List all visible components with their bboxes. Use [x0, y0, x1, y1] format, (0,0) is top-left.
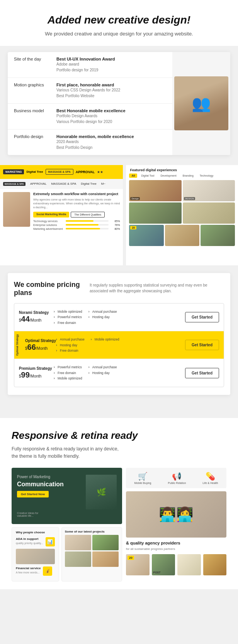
plan-btn-premium[interactable]: Get Started: [185, 368, 219, 378]
latest-img-4: [92, 551, 119, 567]
bottom-badge-20: 20: [128, 556, 134, 560]
why-item-sub-2: A few more words...: [16, 571, 41, 575]
life-health-icon: 💊: [202, 472, 218, 481]
bottom-grid: 20 POST: [126, 554, 226, 575]
progress-label: Marketing advertisement: [33, 228, 64, 230]
marketing-cta-btn[interactable]: Get Started Now: [17, 491, 49, 497]
marketing-yellow-word: Marketing: [33, 475, 50, 479]
plan-row-optimal: Optimal Strategy Optimal Strategy $66/Mo…: [14, 331, 224, 359]
award-category: Business model: [14, 108, 56, 113]
plan-features: Powerful metrics Free domain Mobile opti…: [54, 364, 185, 381]
creative-section: Added new creative design! We provided c…: [0, 0, 238, 46]
featured-header: Featured digital experiences: [126, 165, 238, 174]
img-label-1: Design: [130, 197, 140, 200]
list-item: Mobile optimized: [54, 309, 82, 314]
award-category: Portfolio design: [14, 134, 56, 139]
plan-price: $99/Month: [19, 371, 54, 379]
marketing-pre-text: Power of Marketing: [17, 475, 64, 479]
list-item: Mobile optimized: [54, 376, 82, 381]
tab-tech[interactable]: Technology: [197, 174, 216, 178]
nav-logo-1: MASSAGE & SPA: [3, 182, 26, 186]
badge-20: 20: [130, 226, 136, 229]
icons-row: 🛒 Mobile Buying 📢 Public Relation 💊 Life…: [126, 468, 226, 488]
plan-btn-norami[interactable]: Get Started: [185, 312, 219, 322]
latest-img-2: [92, 535, 119, 550]
why-icon-1: 📊: [46, 537, 55, 546]
featured-img-7: [201, 225, 235, 246]
icon-label-public: Public Relation: [168, 482, 186, 484]
award-details: Best UI-UX Innovation Award Adobe awardP…: [56, 57, 166, 73]
nav-logo-3: MASSAGE & SPA: [51, 182, 76, 185]
list-item: Annual purchase: [88, 364, 117, 370]
latest-img-3: [65, 551, 91, 567]
pricing-header: We combine pricing plans It regularly su…: [14, 281, 224, 297]
bottom-img-1: 20: [126, 554, 150, 575]
product-image: [3, 192, 30, 227]
showcase-nav-bar: MASSAGE & SPA APPROVAL MASSAGE & SPA Dig…: [0, 179, 123, 189]
plan-feature-list-left: Powerful metrics Free domain Mobile opti…: [54, 364, 82, 381]
tab-all[interactable]: All: [129, 174, 137, 178]
logo-text-3: ★★: [97, 170, 103, 174]
showcase-content: Extremely smooth workflow with consisten…: [0, 189, 123, 234]
list-item: Hosting day: [88, 370, 117, 376]
why-item-label-1: ADA in support: [16, 537, 43, 541]
award-subtitle: Various CSS Design Awards for 2022Best P…: [56, 87, 166, 99]
showcase-headline: Extremely smooth workflow with consisten…: [33, 192, 120, 197]
progress-label: Enterprise solutions: [33, 224, 64, 226]
list-item: Powerful metrics: [54, 314, 82, 320]
plan-name-col: Optimal Strategy $66/Month: [19, 339, 56, 352]
logo-pill-2: MASSAGE & SPA: [46, 169, 73, 175]
list-item: Free domain: [54, 370, 82, 376]
award-details: First place, honorable award Various CSS…: [56, 83, 166, 99]
plan-btn-optimal[interactable]: Get Started: [185, 340, 219, 350]
plan-features: Annual purchase Hosting day Free domain …: [56, 337, 185, 353]
featured-img-4: [183, 202, 235, 224]
showcase-right-panel: Featured digital experiences All Digital…: [126, 165, 238, 265]
pricing-section: We combine pricing plans It regularly su…: [8, 273, 230, 395]
btn-social-marketing[interactable]: Social Marketing Media: [33, 212, 69, 217]
latest-img-1: [65, 535, 91, 550]
tab-branding[interactable]: Branding: [180, 174, 196, 178]
icon-public-relation: 📢 Public Relation: [168, 472, 186, 484]
responsive-section: Responsive & retina ready Fully responsi…: [0, 418, 238, 589]
plan-feature-list-right: Mobile optimized: [91, 337, 119, 353]
plan-row-norami: Norami Strategy $44/Month Mobile optimiz…: [14, 303, 224, 331]
list-item: Annual purchase: [56, 337, 85, 342]
btn-qualities[interactable]: The Different Qualities: [71, 212, 105, 217]
tab-digital[interactable]: Digital Tool: [139, 174, 156, 178]
featured-img-2: DESIGN: [183, 180, 235, 201]
responsive-preview: Power of Marketing Communication Get Sta…: [12, 468, 226, 582]
award-subtitle: Portfolio Design AwardsVarious Portfolio…: [56, 113, 166, 125]
list-item: Mobile optimized: [91, 337, 119, 342]
yellow-brand-bar: MARKETING Digital Tree MASSAGE & SPA APP…: [0, 165, 123, 179]
plan-row-premium: Premium Strategy $99/Month Powerful metr…: [14, 359, 224, 386]
progress-pct: 80%: [110, 228, 120, 230]
plan-features: Mobile optimized Powerful metrics Free d…: [54, 309, 185, 325]
logo-text-2: APPROVAL: [76, 170, 95, 174]
section-subtitle: We provided creative and unique design f…: [12, 30, 226, 38]
page-wrapper: Added new creative design! We provided c…: [0, 0, 238, 589]
marketing-headline: Communication: [17, 480, 64, 488]
why-item-label-2: Financial service: [16, 566, 41, 570]
showcase-desc: Why agencies come up with more ideas to …: [33, 198, 120, 209]
award-category: Motion graphics: [14, 83, 56, 87]
why-latest-row: Why people choose ADA in support quality…: [12, 527, 122, 582]
progress-bar-fill: [66, 220, 94, 222]
plan-feature-list-right: Annual purchase Hosting day: [88, 364, 117, 381]
award-details: Honorable mention, mobile excellence 202…: [56, 134, 166, 150]
plan-price: $66/Month: [25, 343, 56, 352]
plan-name-col: Premium Strategy $99/Month: [19, 366, 54, 379]
section-title: Added new creative design!: [12, 14, 226, 26]
award-subtitle: 2020 AwardsBest Portfolio Design: [56, 139, 166, 150]
showcase-section: MARKETING Digital Tree MASSAGE & SPA APP…: [0, 161, 238, 269]
bottom-text-post: POST: [153, 571, 161, 574]
award-title: Best Honorable mobile excellence: [56, 108, 166, 113]
icon-mobile-buying: 🛒 Mobile Buying: [134, 472, 151, 484]
tab-dev[interactable]: Development: [158, 174, 179, 178]
plan-price: $44/Month: [19, 315, 54, 324]
responsive-title: Responsive & retina ready: [12, 430, 226, 442]
why-card: Why people choose ADA in support quality…: [12, 527, 59, 582]
table-row: Site of the day Best UI-UX Innovation Aw…: [8, 52, 172, 78]
people-trophy-image: [174, 76, 228, 130]
awards-card: Site of the day Best UI-UX Innovation Aw…: [8, 52, 230, 155]
